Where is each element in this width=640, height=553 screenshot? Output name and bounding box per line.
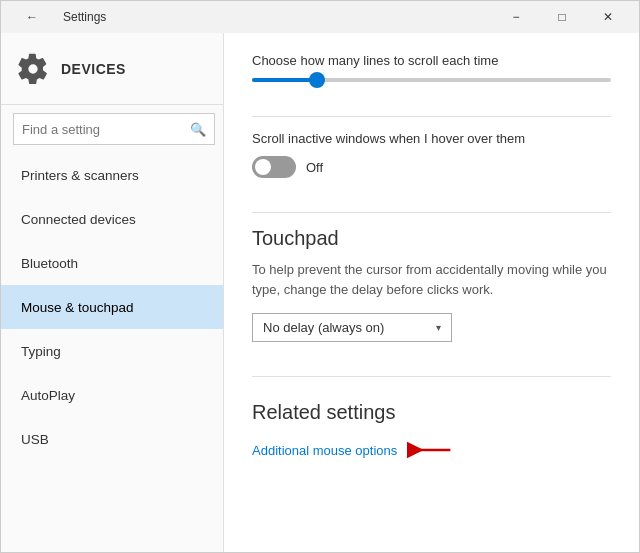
toggle-section: Scroll inactive windows when I hover ove… <box>252 131 611 178</box>
sidebar-item-connected[interactable]: Connected devices <box>1 197 223 241</box>
divider-1 <box>252 116 611 117</box>
settings-window: ← Settings − □ ✕ DEVICES 🔍 <box>0 0 640 553</box>
scroll-lines-section: Choose how many lines to scroll each tim… <box>252 53 611 82</box>
touchpad-section: Touchpad To help prevent the cursor from… <box>252 227 611 342</box>
divider-2 <box>252 212 611 213</box>
sidebar-item-usb[interactable]: USB <box>1 417 223 461</box>
sidebar-item-bluetooth[interactable]: Bluetooth <box>1 241 223 285</box>
sidebar-item-mouse[interactable]: Mouse & touchpad <box>1 285 223 329</box>
sidebar-item-autoplay[interactable]: AutoPlay <box>1 373 223 417</box>
search-bar: 🔍 <box>1 105 223 153</box>
slider-container <box>252 78 611 82</box>
close-button[interactable]: ✕ <box>585 1 631 33</box>
related-settings-section: Related settings Additional mouse option… <box>252 401 611 462</box>
titlebar-title: Settings <box>63 10 106 24</box>
titlebar: ← Settings − □ ✕ <box>1 1 639 33</box>
search-input[interactable] <box>22 122 190 137</box>
toggle-row: Off <box>252 156 611 178</box>
toggle-state-text: Off <box>306 160 323 175</box>
chevron-down-icon: ▾ <box>436 322 441 333</box>
toggle-knob <box>255 159 271 175</box>
touchpad-description: To help prevent the cursor from accident… <box>252 260 611 299</box>
delay-dropdown[interactable]: No delay (always on) ▾ <box>252 313 452 342</box>
related-settings-heading: Related settings <box>252 401 611 424</box>
touchpad-heading: Touchpad <box>252 227 611 250</box>
minimize-button[interactable]: − <box>493 1 539 33</box>
titlebar-left: ← Settings <box>9 1 106 33</box>
additional-mouse-options-link[interactable]: Additional mouse options <box>252 443 397 458</box>
scroll-lines-label: Choose how many lines to scroll each tim… <box>252 53 611 68</box>
sidebar-header: DEVICES <box>1 33 223 105</box>
search-input-wrap[interactable]: 🔍 <box>13 113 215 145</box>
gear-icon <box>17 53 49 85</box>
scroll-inactive-toggle[interactable] <box>252 156 296 178</box>
slider-fill <box>252 78 317 82</box>
arrow-pointing-left <box>407 438 457 462</box>
titlebar-controls: − □ ✕ <box>493 1 631 33</box>
sidebar-item-typing[interactable]: Typing <box>1 329 223 373</box>
search-icon: 🔍 <box>190 122 206 137</box>
sidebar: DEVICES 🔍 Printers & scanners Connected … <box>1 33 223 552</box>
main-panel: Choose how many lines to scroll each tim… <box>223 33 639 552</box>
slider-thumb[interactable] <box>309 72 325 88</box>
sidebar-item-printers[interactable]: Printers & scanners <box>1 153 223 197</box>
content-area: DEVICES 🔍 Printers & scanners Connected … <box>1 33 639 552</box>
back-button[interactable]: ← <box>9 1 55 33</box>
sidebar-title: DEVICES <box>61 61 126 77</box>
scroll-slider-track[interactable] <box>252 78 611 82</box>
maximize-button[interactable]: □ <box>539 1 585 33</box>
red-arrow-icon <box>407 438 457 462</box>
nav-list: Printers & scanners Connected devices Bl… <box>1 153 223 552</box>
toggle-label: Scroll inactive windows when I hover ove… <box>252 131 611 146</box>
related-link-row: Additional mouse options <box>252 438 611 462</box>
divider-3 <box>252 376 611 377</box>
dropdown-value: No delay (always on) <box>263 320 384 335</box>
